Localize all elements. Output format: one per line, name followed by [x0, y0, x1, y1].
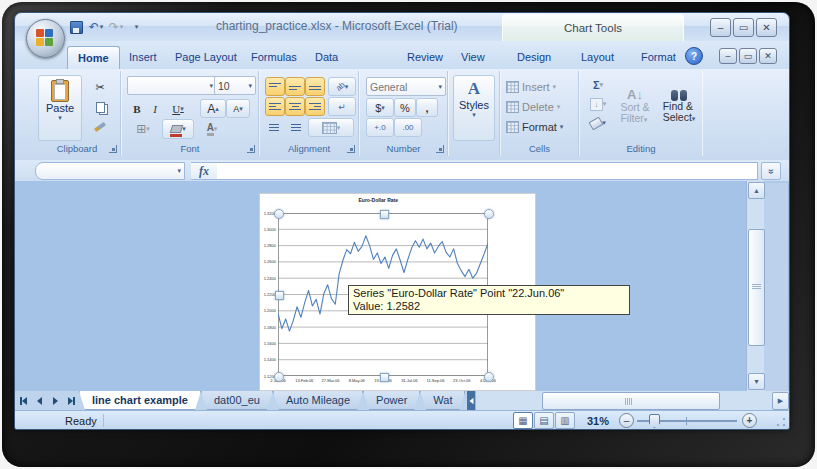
- decrease-decimal-button[interactable]: .00: [394, 118, 422, 137]
- wrap-text-button[interactable]: ↵: [328, 97, 356, 116]
- horizontal-scroll-thumb[interactable]: [542, 392, 720, 410]
- customize-qat-button[interactable]: ▾: [127, 18, 145, 36]
- previous-sheet-button[interactable]: [31, 391, 47, 410]
- tab-review[interactable]: Review: [397, 46, 453, 68]
- selection-handle[interactable]: [380, 210, 389, 219]
- increase-indent-button[interactable]: [285, 118, 305, 137]
- paste-button[interactable]: Paste ▾: [38, 75, 82, 141]
- find-select-button[interactable]: Find &Select▾: [656, 79, 702, 133]
- sheet-tab-wat[interactable]: Wat: [420, 391, 465, 410]
- scroll-up-button[interactable]: ▲: [748, 182, 765, 199]
- scroll-down-button[interactable]: ▼: [748, 373, 765, 390]
- insert-function-button[interactable]: fx: [191, 162, 218, 180]
- shrink-font-button[interactable]: A▾: [226, 99, 250, 118]
- percent-style-button[interactable]: %: [394, 98, 416, 117]
- grow-font-button[interactable]: A▴: [200, 99, 226, 118]
- selection-handle[interactable]: [380, 373, 389, 382]
- font-color-button[interactable]: A▾: [196, 119, 228, 139]
- maximize-button[interactable]: ▭: [733, 18, 754, 37]
- redo-button[interactable]: ↷▾: [107, 18, 125, 36]
- tab-format[interactable]: Format: [631, 46, 686, 68]
- styles-button[interactable]: A Styles ▾: [453, 75, 495, 141]
- tab-page-layout[interactable]: Page Layout: [165, 46, 247, 68]
- name-box[interactable]: ▾: [35, 162, 185, 180]
- help-button[interactable]: ?: [685, 47, 703, 65]
- underline-button[interactable]: U▾: [164, 99, 192, 118]
- font-name-select[interactable]: ▾: [127, 76, 217, 95]
- align-right-button[interactable]: [305, 97, 325, 116]
- orientation-button[interactable]: ab▾: [328, 77, 356, 96]
- clear-button[interactable]: ▾: [584, 114, 612, 132]
- scroll-right-button[interactable]: ▶: [772, 392, 789, 410]
- tab-split-handle[interactable]: [467, 391, 475, 410]
- horizontal-scrollbar[interactable]: ▶: [475, 391, 789, 410]
- page-break-view-button[interactable]: ▥: [555, 412, 575, 429]
- alignment-dialog-launcher[interactable]: [347, 145, 355, 153]
- fill-color-button[interactable]: ▾: [162, 119, 194, 139]
- workbook-close-button[interactable]: ✕: [759, 48, 777, 64]
- worksheet-area[interactable]: Euro-Dollar Rate 1.32001.30001.28001.260…: [15, 181, 746, 391]
- tab-home[interactable]: Home: [67, 46, 120, 70]
- close-button[interactable]: ✕: [756, 18, 777, 37]
- selection-handle[interactable]: [484, 209, 494, 219]
- tab-design[interactable]: Design: [507, 46, 561, 68]
- increase-decimal-button[interactable]: +.0: [366, 118, 394, 137]
- insert-cells-button[interactable]: Insert▾: [505, 77, 575, 97]
- align-left-button[interactable]: [265, 97, 285, 116]
- zoom-slider-thumb[interactable]: [649, 414, 660, 428]
- zoom-level[interactable]: 31%: [587, 415, 609, 427]
- sheet-tab-dat00-eu[interactable]: dat00_eu: [201, 391, 273, 410]
- decrease-indent-button[interactable]: [265, 118, 285, 137]
- page-layout-view-button[interactable]: ▤: [534, 412, 554, 429]
- sheet-tab-auto-mileage[interactable]: Auto Mileage: [273, 391, 363, 410]
- sheet-tab-line-chart-example[interactable]: line chart example: [79, 391, 201, 410]
- expand-formula-bar-button[interactable]: «: [761, 162, 781, 180]
- format-cells-button[interactable]: Format▾: [505, 117, 575, 137]
- borders-button[interactable]: ⊞▾: [128, 119, 158, 139]
- undo-button[interactable]: ↶▾: [87, 18, 105, 36]
- sheet-tab-power[interactable]: Power: [363, 391, 420, 410]
- selection-handle[interactable]: [484, 372, 494, 382]
- selection-handle[interactable]: [274, 372, 284, 382]
- align-top-button[interactable]: [265, 77, 285, 96]
- save-button[interactable]: [67, 18, 85, 36]
- align-middle-button[interactable]: [285, 77, 305, 96]
- office-button[interactable]: [26, 19, 65, 58]
- workbook-minimize-button[interactable]: –: [719, 48, 737, 64]
- number-format-select[interactable]: General▾: [366, 77, 446, 96]
- bold-button[interactable]: B: [128, 99, 146, 118]
- accounting-format-button[interactable]: $▾: [366, 98, 394, 117]
- tab-data[interactable]: Data: [305, 46, 348, 68]
- vertical-scroll-thumb[interactable]: [748, 229, 765, 346]
- selection-handle[interactable]: [275, 291, 284, 300]
- resize-grip[interactable]: [776, 417, 786, 427]
- cut-button[interactable]: ✂: [88, 77, 112, 97]
- font-size-select[interactable]: 10▾: [214, 76, 256, 95]
- normal-view-button[interactable]: ▦: [513, 412, 533, 429]
- last-sheet-button[interactable]: [63, 391, 79, 410]
- align-center-button[interactable]: [285, 97, 305, 116]
- sort-filter-button[interactable]: A↓ Sort &Filter▾: [614, 79, 656, 133]
- italic-button[interactable]: I: [146, 99, 164, 118]
- fill-button[interactable]: ↓▾: [584, 95, 612, 113]
- align-bottom-button[interactable]: [305, 77, 325, 96]
- vertical-scrollbar[interactable]: ▲ ▼: [746, 181, 764, 391]
- clipboard-dialog-launcher[interactable]: [109, 145, 117, 153]
- autosum-button[interactable]: Σ▾: [584, 76, 612, 94]
- workbook-restore-button[interactable]: ▭: [739, 48, 757, 64]
- tab-insert[interactable]: Insert: [119, 46, 167, 68]
- number-dialog-launcher[interactable]: [436, 145, 444, 153]
- minimize-button[interactable]: –: [710, 18, 731, 37]
- zoom-in-button[interactable]: +: [742, 413, 757, 428]
- format-painter-button[interactable]: [88, 117, 112, 137]
- zoom-out-button[interactable]: –: [619, 413, 634, 428]
- formula-input[interactable]: [217, 162, 758, 180]
- merge-center-button[interactable]: ▾: [308, 118, 354, 137]
- comma-style-button[interactable]: ,: [416, 98, 438, 117]
- tab-layout[interactable]: Layout: [571, 46, 624, 68]
- tab-formulas[interactable]: Formulas: [241, 46, 307, 68]
- first-sheet-button[interactable]: [15, 391, 31, 410]
- font-dialog-launcher[interactable]: [247, 145, 255, 153]
- delete-cells-button[interactable]: Delete▾: [505, 97, 575, 117]
- next-sheet-button[interactable]: [47, 391, 63, 410]
